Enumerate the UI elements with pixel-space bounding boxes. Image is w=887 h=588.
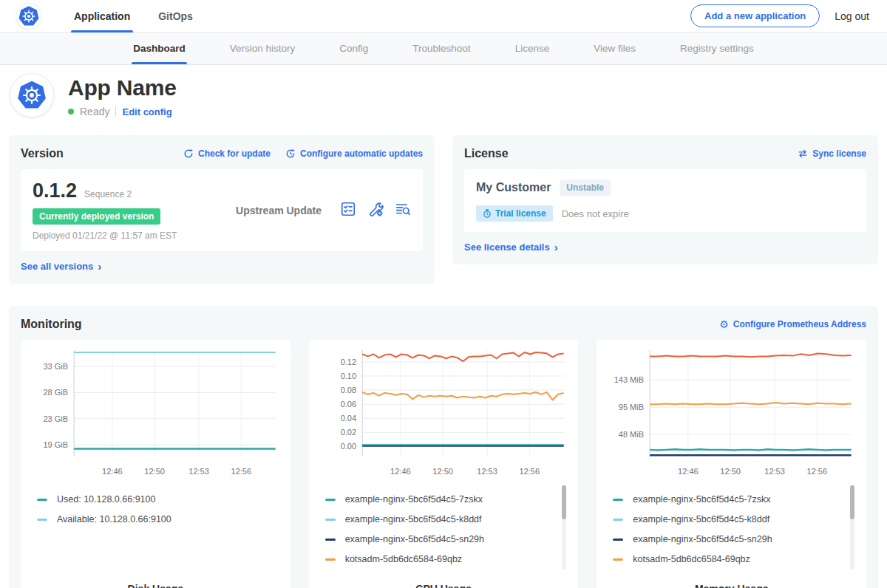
legend-item: Used: 10.128.0.66:9100 [37,494,267,505]
x-axis-tick: 12:50 [432,467,453,476]
cpu-usage-legend: example-nginx-5bc6f5d4c5-7zskx example-n… [319,483,568,574]
check-for-update-link[interactable]: Check for update [183,148,271,159]
cpu-usage-card: 12:4612:5012:5312:560.120.100.080.060.04… [309,340,579,588]
kubernetes-logo-icon [16,4,41,29]
divider [115,106,116,117]
legend-swatch [613,519,623,521]
x-axis-tick: 12:56 [519,467,540,476]
memory-usage-chart: 12:4612:5012:5312:56143 MiB95 MiB48 MiB [607,347,856,479]
subnav-tab-view-files[interactable]: View files [592,33,637,64]
subnav-tab-config[interactable]: Config [338,33,370,64]
y-axis-tick: 0.08 [340,386,356,394]
legend-label: Used: 10.128.0.66:9100 [57,494,155,505]
cpu-usage-chart: 12:4612:5012:5312:560.120.100.080.060.04… [319,347,568,479]
x-axis-tick: 12:56 [231,467,252,476]
subnav-tab-registry-settings[interactable]: Registry settings [679,33,755,64]
y-axis-tick: 95 MiB [619,403,644,411]
subnav-tab-dashboard[interactable]: Dashboard [132,33,187,64]
legend-item: kotsadm-5db6dc6584-69qbz [613,554,843,564]
legend-label: example-nginx-5bc6f5d4c5-7zskx [633,494,770,505]
version-card: Version Check for update Configure autom… [9,135,435,284]
series-line [650,354,852,358]
customer-name: My Customer [476,181,551,194]
legend-scrollbar[interactable] [562,485,566,570]
see-all-versions-link[interactable]: See all versions › [21,261,101,272]
current-version-row: 0.1.2 Sequence 2 Currently deployed vers… [21,169,423,251]
x-axis-tick: 12:53 [765,467,786,476]
x-axis-tick: 12:46 [102,467,123,476]
x-axis-tick: 12:50 [144,467,165,476]
configure-prometheus-link[interactable]: ⚙ Configure Prometheus Address [719,319,866,329]
memory-usage-legend: example-nginx-5bc6f5d4c5-7zskx example-n… [607,483,856,574]
legend-swatch [325,539,336,541]
sync-license-link[interactable]: Sync license [798,148,866,159]
topnav-tab-application[interactable]: Application [71,0,133,33]
legend-swatch [613,539,623,541]
see-license-details-label: See license details [464,242,550,253]
currently-deployed-badge: Currently deployed version [33,208,160,225]
license-type-label: Trial license [495,208,546,219]
app-subnav: Dashboard Version history Config Trouble… [0,33,887,65]
legend-item: example-nginx-5bc6f5d4c5-7zskx [325,494,555,505]
legend-swatch [325,519,336,521]
x-axis-tick: 12:50 [721,467,741,476]
legend-scrollbar[interactable] [850,485,854,570]
app-header: App Name Ready Edit config [0,65,887,129]
gear-icon: ⚙ [719,319,729,329]
disk-usage-title: Disk Usage [31,574,280,588]
series-line [362,352,564,361]
legend-swatch [37,519,47,521]
app-title: App Name [68,75,177,100]
sync-license-label: Sync license [812,148,866,159]
subnav-tab-troubleshoot[interactable]: Troubleshoot [411,33,472,64]
y-axis-tick: 0.04 [340,414,356,423]
series-line [362,392,564,400]
y-axis-tick: 0.00 [340,442,356,451]
scrollbar-thumb[interactable] [850,485,854,519]
edit-config-values-icon[interactable] [367,201,384,219]
see-license-details-link[interactable]: See license details › [464,242,558,253]
release-notes-icon[interactable] [340,201,356,219]
configure-prometheus-label: Configure Prometheus Address [733,319,866,329]
chart-grid [74,350,276,457]
refresh-icon [183,148,194,159]
legend-item: example-nginx-5bc6f5d4c5-sn29h [325,534,555,544]
license-card-title: License [464,147,509,160]
sync-arrows-icon [798,148,808,159]
subnav-tab-version-history[interactable]: Version history [228,33,297,64]
legend-label: example-nginx-5bc6f5d4c5-k8ddf [633,514,769,524]
monitoring-panel: Monitoring ⚙ Configure Prometheus Addres… [9,306,878,588]
edit-config-link[interactable]: Edit config [122,106,171,117]
legend-item: example-nginx-5bc6f5d4c5-k8ddf [613,514,843,524]
memory-usage-card: 12:4612:5012:5312:56143 MiB95 MiB48 MiB … [597,340,866,588]
legend-label: kotsadm-5db6dc6584-69qbz [345,554,462,564]
summary-cards-row: Version Check for update Configure autom… [0,135,887,284]
subnav-tab-license[interactable]: License [514,33,551,64]
status-dot [68,109,74,114]
legend-label: example-nginx-5bc6f5d4c5-k8ddf [345,514,482,524]
legend-swatch [37,499,47,501]
y-axis-tick: 0.10 [340,372,356,380]
disk-usage-legend: Used: 10.128.0.66:9100 Available: 10.128… [31,483,280,534]
y-axis-tick: 0.06 [340,400,356,408]
see-all-versions-label: See all versions [21,261,93,272]
x-axis-tick: 12:53 [477,467,497,476]
legend-label: kotsadm-5db6dc6584-69qbz [633,554,750,564]
monitoring-title: Monitoring [21,318,82,331]
logout-button[interactable]: Log out [835,10,869,22]
view-deploy-logs-icon[interactable] [395,201,411,219]
legend-swatch [613,558,623,561]
chart-grid [362,350,564,457]
add-application-button[interactable]: Add a new application [690,4,820,27]
legend-item: example-nginx-5bc6f5d4c5-sn29h [613,534,843,544]
memory-usage-title: Memory Usage [607,574,856,588]
configure-automatic-updates-link[interactable]: Configure automatic updates [285,148,423,159]
scrollbar-thumb[interactable] [562,485,566,519]
topnav-tab-gitops[interactable]: GitOps [155,0,196,33]
legend-swatch [613,499,623,501]
app-kubernetes-avatar [10,74,53,117]
legend-item: kotsadm-5db6dc6584-69qbz [325,554,555,564]
x-axis-tick: 12:56 [807,467,828,476]
x-axis-tick: 12:46 [390,467,411,476]
version-card-title: Version [21,147,64,160]
